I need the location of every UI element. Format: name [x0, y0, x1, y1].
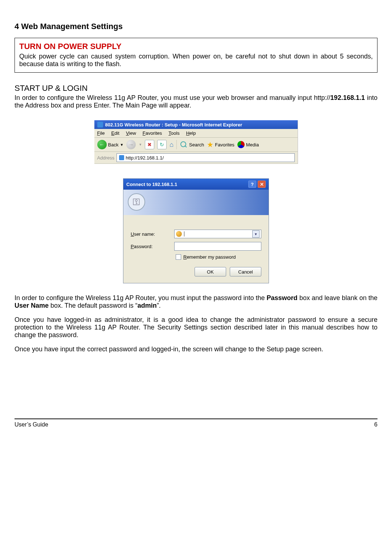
favorites-label: Favorites: [215, 142, 234, 147]
ie-menubar: File Edit View Favorites Tools Help: [94, 129, 298, 138]
page-icon: [119, 155, 124, 160]
home-icon[interactable]: ⌂: [170, 141, 173, 149]
media-label: Media: [246, 142, 259, 147]
ip-bold: 192.168.1.1: [330, 94, 365, 101]
chevron-down-icon: ▼: [139, 143, 142, 146]
chevron-down-icon: ▼: [120, 143, 123, 147]
bold-password: Password: [267, 294, 298, 302]
username-label: User name:: [131, 231, 174, 237]
back-icon: ←: [97, 140, 107, 149]
paragraph-admin-advice: Once you have logged-in as administrator…: [15, 316, 377, 339]
text: In order to configure the Wireless 11g A…: [15, 294, 267, 302]
warning-box: TURN ON POWER SUPPLY Quick power cycle c…: [15, 38, 377, 73]
ie-titlebar: 802.11G Wireless Router : Setup - Micros…: [94, 120, 298, 129]
menu-file[interactable]: File: [97, 130, 105, 136]
remember-checkbox[interactable]: [176, 254, 181, 260]
user-icon: [176, 231, 182, 237]
address-input[interactable]: http://192.168.1.1/: [117, 153, 294, 162]
username-input[interactable]: ▾: [174, 230, 261, 238]
text: box. The default password is “: [49, 302, 138, 309]
stop-icon[interactable]: ✖: [145, 140, 154, 149]
footer-left: User’s Guide: [15, 421, 48, 428]
media-icon: [237, 141, 245, 148]
back-button[interactable]: ← Back ▼: [97, 140, 124, 149]
startup-paragraph: In order to configure the Wireless 11g A…: [15, 94, 377, 109]
help-button[interactable]: ?: [248, 181, 256, 188]
password-label: Password:: [131, 244, 174, 249]
text: In order to configure the Wireless 11g A…: [15, 94, 330, 101]
cursor: [184, 231, 184, 236]
auth-title: Connect to 192.168.1.1: [126, 182, 177, 187]
menu-help[interactable]: Help: [186, 130, 196, 136]
auth-banner: ⚿: [123, 190, 269, 215]
section-heading: 4 Web Management Settings: [15, 22, 377, 31]
ie-window: 802.11G Wireless Router : Setup - Micros…: [94, 120, 298, 164]
ok-button[interactable]: OK: [195, 267, 226, 276]
warning-title: TURN ON POWER SUPPLY: [19, 42, 373, 51]
ie-toolbar: ← Back ▼ → ▼ ✖ ↻ ⌂ Search ★ Favorites Me…: [94, 138, 298, 152]
password-input[interactable]: [174, 242, 261, 251]
refresh-icon[interactable]: ↻: [157, 140, 167, 149]
text: ”.: [157, 302, 161, 309]
menu-edit[interactable]: Edit: [111, 130, 119, 136]
search-label: Search: [189, 142, 204, 147]
back-label: Back: [108, 142, 119, 147]
menu-favorites[interactable]: Favorites: [143, 130, 162, 136]
menu-tools[interactable]: Tools: [168, 130, 179, 136]
ie-icon: [97, 122, 103, 128]
keys-icon: ⚿: [128, 193, 145, 211]
address-label: Address: [97, 155, 115, 161]
cancel-button[interactable]: Cancel: [230, 267, 261, 276]
footer-page-number: 6: [374, 421, 377, 428]
forward-icon[interactable]: →: [126, 140, 136, 149]
page-footer: User’s Guide 6: [15, 418, 377, 428]
paragraph-setup-redirect: Once you have input the correct password…: [15, 345, 377, 353]
remember-label: Remember my password: [183, 254, 236, 260]
username-dropdown[interactable]: ▾: [252, 230, 260, 238]
auth-titlebar: Connect to 192.168.1.1 ? ✕: [123, 179, 269, 190]
search-button[interactable]: Search: [180, 141, 204, 149]
paragraph-password-info: In order to configure the Wireless 11g A…: [15, 294, 377, 310]
close-button[interactable]: ✕: [258, 181, 266, 188]
text: box and leave blank on the: [298, 294, 377, 302]
startup-heading: START UP & LOGIN: [15, 84, 377, 93]
bold-username: User Name: [15, 302, 49, 309]
auth-dialog: Connect to 192.168.1.1 ? ✕ ⚿ User name: …: [123, 178, 269, 283]
warning-text: Quick power cycle can caused system corr…: [19, 53, 373, 68]
bold-admin: admin: [138, 302, 157, 309]
star-icon: ★: [207, 140, 213, 149]
search-icon: [180, 141, 188, 149]
auth-body: User name: ▾ Password: Remember my passw…: [123, 215, 269, 283]
ie-title: 802.11G Wireless Router : Setup - Micros…: [105, 122, 242, 128]
address-value: http://192.168.1.1/: [126, 155, 164, 161]
ie-addressbar: Address http://192.168.1.1/: [94, 152, 298, 164]
menu-view[interactable]: View: [126, 130, 136, 136]
media-button[interactable]: Media: [237, 141, 259, 148]
favorites-button[interactable]: ★ Favorites: [207, 140, 234, 149]
divider: [176, 140, 177, 149]
